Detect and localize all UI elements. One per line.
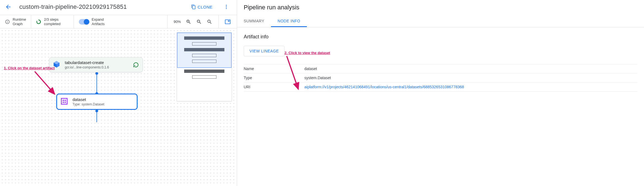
info-value: dataset <box>304 64 637 73</box>
expand-artifacts-toggle[interactable] <box>79 19 89 25</box>
graph-port <box>95 72 98 75</box>
zoom-out-icon[interactable] <box>196 19 202 25</box>
zoom-in-icon[interactable] <box>186 19 191 25</box>
panel-title: Pipeline run analysis <box>237 0 644 15</box>
section-title: Artifact info <box>244 34 637 40</box>
svg-rect-4 <box>228 20 230 22</box>
clone-button[interactable]: CLONE <box>188 3 215 11</box>
clone-label: CLONE <box>198 5 213 9</box>
node-subtitle: Type: system.Dataset <box>73 102 133 106</box>
progress-icon <box>36 19 41 24</box>
overflow-menu-icon[interactable] <box>223 4 230 10</box>
uri-link[interactable]: aiplatform://v1/projects/462141068491/lo… <box>304 85 464 89</box>
minimap-bar <box>192 75 216 79</box>
steps-label: 2/3 steps completed <box>44 17 69 26</box>
annotation-text: 1. Click on the dataset artifact <box>4 66 55 70</box>
minimap-toggle-icon[interactable] <box>218 15 237 28</box>
svg-line-11 <box>287 56 298 89</box>
graph-edge <box>96 111 97 122</box>
svg-line-10 <box>35 71 55 94</box>
grid-icon <box>60 97 68 106</box>
graph-port <box>95 110 98 112</box>
graph-node-tabulardataset-create[interactable]: tabulardataset-create gcr.io/...line-com… <box>49 57 143 72</box>
node-name: tabulardataset-create <box>65 60 128 65</box>
svg-point-0 <box>226 5 227 6</box>
minimap-bar <box>184 70 224 73</box>
svg-rect-5 <box>61 99 67 104</box>
svg-rect-8 <box>63 102 64 103</box>
page-title: custom-train-pipeline-20210929175851 <box>19 3 184 10</box>
svg-rect-7 <box>65 100 66 101</box>
runtime-graph-label: Runtime Graph <box>13 17 26 26</box>
node-name: dataset <box>73 97 133 102</box>
zoom-level: 90% <box>174 20 181 24</box>
minimap[interactable] <box>177 32 232 101</box>
tab-node-info[interactable]: NODE INFO <box>271 15 307 27</box>
annotation-arrow-icon <box>281 54 303 93</box>
zoom-reset-icon[interactable] <box>207 19 212 25</box>
refresh-icon[interactable] <box>133 62 139 68</box>
info-icon[interactable] <box>5 19 10 24</box>
info-value: system.Dataset <box>304 73 637 83</box>
svg-rect-9 <box>65 102 66 103</box>
graph-node-dataset[interactable]: dataset Type: system.Dataset <box>56 94 138 110</box>
graph-edge <box>96 73 97 94</box>
minimap-viewport[interactable] <box>177 33 232 68</box>
svg-point-2 <box>226 8 227 9</box>
svg-rect-6 <box>63 100 64 101</box>
tab-summary[interactable]: SUMMARY <box>237 15 271 27</box>
back-arrow-icon[interactable] <box>5 4 12 10</box>
view-lineage-button[interactable]: VIEW LINEAGE <box>244 46 285 56</box>
graph-canvas[interactable]: tabulardataset-create gcr.io/...line-com… <box>0 28 237 186</box>
svg-point-1 <box>226 6 227 7</box>
annotation-arrow-icon <box>33 70 58 97</box>
expand-artifacts-label: Expand Artifacts <box>92 17 104 26</box>
node-subtitle: gcr.io/...line-components:0.1.6 <box>65 65 128 69</box>
